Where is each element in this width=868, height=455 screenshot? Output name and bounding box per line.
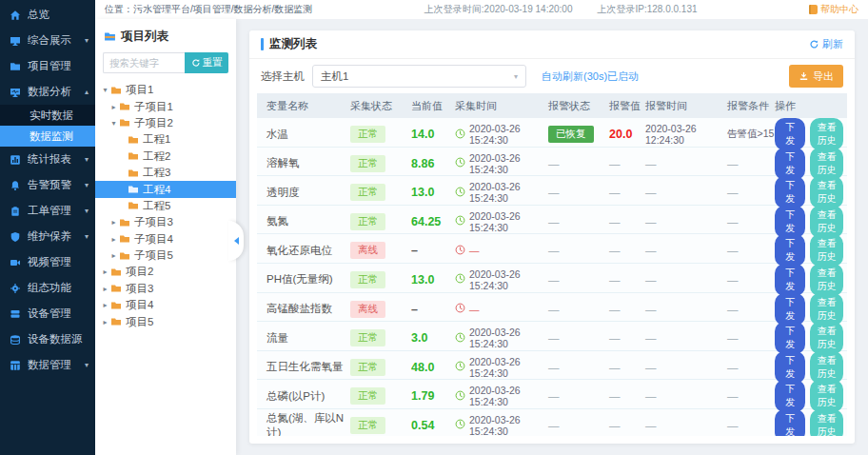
alarm-value: —: [609, 274, 645, 286]
view-history-button[interactable]: 查看历史: [810, 148, 843, 180]
send-button[interactable]: 下发: [775, 148, 805, 180]
view-history-button[interactable]: 查看历史: [810, 322, 843, 354]
column-header: 报警时间: [645, 99, 727, 113]
alarm-time: —: [645, 332, 727, 344]
tree-item[interactable]: 工程2: [95, 148, 236, 165]
send-button[interactable]: 下发: [775, 293, 805, 326]
tree-item[interactable]: 工程4: [95, 181, 236, 197]
sidebar-item[interactable]: 设备管理: [0, 301, 95, 326]
view-history-button[interactable]: 查看历史: [810, 118, 843, 150]
tree-arrow-right-icon[interactable]: ▸: [109, 251, 118, 260]
sidebar-subitem[interactable]: 实时数据: [0, 105, 95, 126]
export-button[interactable]: 导出: [789, 65, 843, 88]
alarm-status-cell: —: [548, 390, 609, 402]
tree-arrow-down-icon[interactable]: ▾: [109, 119, 118, 128]
sidebar-item[interactable]: 综合展示▾: [0, 28, 95, 53]
sidebar-subitem[interactable]: 数据监测: [0, 126, 95, 147]
tree-item[interactable]: ▸项目4: [95, 297, 236, 313]
tree-arrow-right-icon[interactable]: ▸: [109, 103, 118, 111]
tree-item-label: 项目4: [126, 298, 153, 312]
tree-item[interactable]: ▸项目5: [95, 313, 236, 329]
view-history-button[interactable]: 查看历史: [810, 380, 843, 412]
send-button[interactable]: 下发: [775, 380, 805, 412]
current-value: 64.25: [411, 215, 455, 228]
sidebar-item[interactable]: 总览: [0, 2, 95, 28]
view-history-button[interactable]: 查看历史: [810, 264, 843, 296]
send-button[interactable]: 下发: [775, 264, 805, 296]
view-history-button[interactable]: 查看历史: [810, 176, 843, 208]
tree-item[interactable]: ▸子项目1: [95, 98, 236, 114]
sidebar-item[interactable]: 工单管理▾: [0, 198, 95, 224]
alarm-status-cell: —: [548, 304, 609, 315]
status-badge: 正常: [350, 126, 385, 143]
sidebar-item[interactable]: 数据分析▴: [0, 79, 95, 105]
collect-time: —: [455, 303, 548, 315]
sidebar-item[interactable]: 设备数据源: [0, 326, 95, 352]
book-icon: [809, 5, 818, 14]
column-header: 采集时间: [455, 99, 548, 113]
status-badge: 正常: [350, 155, 385, 172]
device-icon: [10, 308, 22, 320]
tree-arrow-down-icon[interactable]: ▾: [101, 86, 109, 94]
folder-icon: [128, 150, 139, 162]
tree-item[interactable]: 工程3: [95, 165, 236, 181]
send-button[interactable]: 下发: [775, 409, 805, 436]
collect-status-cell: 正常: [350, 213, 411, 230]
reset-button[interactable]: 重置: [185, 52, 228, 73]
tree-arrow-right-icon[interactable]: ▸: [101, 301, 109, 309]
clock-icon: [455, 129, 465, 141]
tree-item[interactable]: ▾子项目2: [95, 115, 236, 131]
refresh-button[interactable]: 刷新: [809, 37, 843, 51]
collect-status-cell: 正常: [350, 155, 411, 172]
send-button[interactable]: 下发: [775, 351, 805, 384]
alarm-status-cell: —: [548, 274, 609, 286]
sidebar-item[interactable]: 统计报表▾: [0, 147, 95, 172]
folder-icon: [110, 267, 122, 278]
sidebar-item[interactable]: 项目管理: [0, 53, 95, 79]
send-button[interactable]: 下发: [775, 118, 805, 150]
column-header: 采集状态: [350, 99, 411, 113]
tree-item[interactable]: ▸子项目3: [95, 214, 236, 230]
sidebar-item[interactable]: 组态功能: [0, 275, 95, 301]
folder-icon: [128, 200, 139, 211]
tree-item[interactable]: 工程1: [95, 131, 236, 148]
search-input[interactable]: [103, 52, 185, 73]
send-button[interactable]: 下发: [775, 176, 805, 208]
tree-item[interactable]: ▸项目3: [95, 281, 236, 297]
send-button[interactable]: 下发: [775, 322, 805, 354]
help-center-label: 帮助中心: [820, 3, 858, 16]
tree-arrow-right-icon[interactable]: ▸: [109, 218, 118, 227]
bell-icon: [10, 180, 22, 191]
send-button[interactable]: 下发: [775, 206, 805, 238]
sidebar-item[interactable]: 数据管理▾: [0, 352, 95, 378]
monitor-icon: [10, 87, 22, 98]
tree-item[interactable]: ▸子项目5: [95, 247, 236, 264]
host-select[interactable]: 主机1 ▾: [312, 65, 526, 88]
tree-arrow-right-icon[interactable]: ▸: [101, 318, 109, 326]
tree-item[interactable]: 工程5: [95, 198, 236, 214]
current-value: –: [411, 303, 455, 316]
alarm-condition: —: [727, 158, 775, 169]
variable-name: 氧化还原电位: [266, 244, 350, 258]
tree-item[interactable]: ▸子项目4: [95, 231, 236, 247]
view-history-button[interactable]: 查看历史: [810, 206, 843, 238]
tree-item[interactable]: ▸项目2: [95, 264, 236, 280]
tree-arrow-right-icon[interactable]: ▸: [101, 267, 109, 276]
view-history-button[interactable]: 查看历史: [810, 409, 843, 436]
view-history-button[interactable]: 查看历史: [810, 351, 843, 384]
tree-item[interactable]: ▾项目1: [95, 82, 236, 98]
tree-arrow-right-icon[interactable]: ▸: [101, 285, 109, 293]
sidebar-item[interactable]: 维护保养▾: [0, 224, 95, 249]
view-history-button[interactable]: 查看历史: [810, 234, 843, 267]
view-history-button[interactable]: 查看历史: [810, 293, 843, 326]
help-center-link[interactable]: 帮助中心: [809, 3, 858, 16]
sidebar-item-label: 综合展示: [28, 33, 71, 48]
tree-arrow-right-icon[interactable]: ▸: [109, 235, 118, 244]
sidebar-item[interactable]: 视频管理: [0, 249, 95, 275]
status-badge: 正常: [350, 329, 385, 346]
folder-icon: [119, 217, 130, 228]
send-button[interactable]: 下发: [775, 234, 805, 267]
alarm-time: —: [645, 158, 727, 169]
collect-status-cell: 正常: [350, 417, 411, 434]
sidebar-item[interactable]: 告警预警▾: [0, 172, 95, 198]
